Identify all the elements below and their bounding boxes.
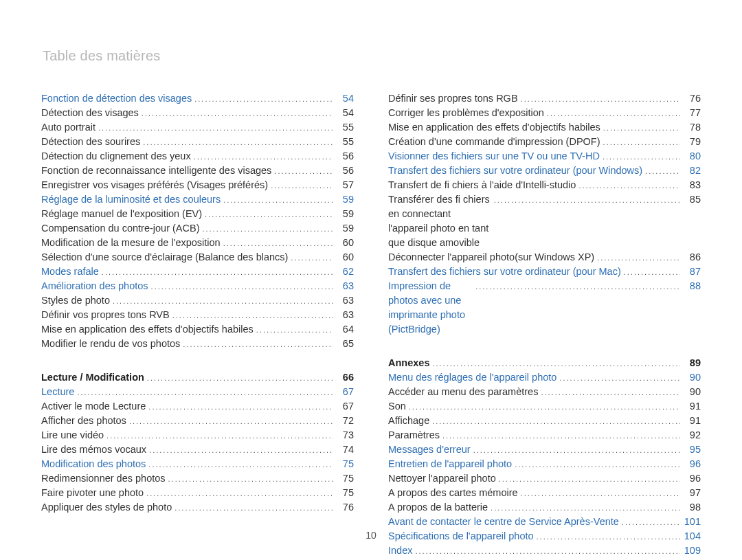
- toc-leader-dots: [473, 443, 680, 457]
- toc-entry[interactable]: Enregistrer vos visages préférés (Visage…: [41, 178, 354, 192]
- toc-leader-dots: [102, 265, 333, 279]
- toc-entry[interactable]: Réglage de la luminosité et des couleurs…: [41, 192, 354, 207]
- toc-entry-page: 90: [683, 370, 701, 385]
- toc-entry[interactable]: Lire des mémos vocaux74: [41, 443, 354, 457]
- toc-entry[interactable]: Réglage manuel de l'exposition (EV)59: [41, 207, 354, 221]
- toc-entry-page: 91: [683, 399, 701, 414]
- toc-entry-label: Activer le mode Lecture: [41, 399, 146, 414]
- toc-page: Table des matières Fonction de détection…: [0, 0, 742, 560]
- toc-entry-page: 55: [336, 135, 354, 149]
- toc-entry-page: 59: [336, 207, 354, 221]
- toc-entry[interactable]: Faire pivoter une photo75: [41, 486, 354, 500]
- toc-entry[interactable]: Compensation du contre-jour (ACB)59: [41, 221, 354, 236]
- toc-entry[interactable]: Index109: [388, 544, 701, 558]
- toc-entry[interactable]: Lecture / Modification66: [41, 370, 354, 385]
- toc-entry-page: 96: [683, 471, 701, 486]
- toc-entry[interactable]: Modification de la mesure de l'expositio…: [41, 236, 354, 250]
- toc-entry[interactable]: Fonction de détection des visages54: [41, 91, 354, 106]
- toc-entry[interactable]: Transfert des fichiers sur votre ordinat…: [388, 164, 701, 178]
- toc-entry[interactable]: Entretien de l'appareil photo96: [388, 457, 701, 471]
- toc-entry[interactable]: Corriger les problèmes d'exposition77: [388, 106, 701, 120]
- toc-entry-page: 67: [336, 385, 354, 399]
- toc-entry-page: 101: [683, 515, 701, 529]
- toc-entry[interactable]: Redimensionner des photos75: [41, 471, 354, 486]
- toc-entry[interactable]: Mise en application des effets d'objecti…: [41, 322, 354, 337]
- toc-entry-page: 72: [336, 414, 354, 428]
- toc-entry-page: 86: [683, 250, 701, 265]
- toc-entry-page: 67: [336, 399, 354, 414]
- toc-entry[interactable]: Styles de photo63: [41, 293, 354, 308]
- toc-entry[interactable]: Définir vos propres tons RVB63: [41, 308, 354, 322]
- toc-entry[interactable]: Paramètres92: [388, 428, 701, 443]
- toc-leader-dots: [475, 279, 680, 293]
- toc-entry[interactable]: Afficher des photos72: [41, 414, 354, 428]
- toc-leader-dots: [603, 135, 680, 149]
- toc-entry-label: A propos de la batterie: [388, 500, 488, 515]
- toc-entry-page: 59: [336, 221, 354, 236]
- toc-entry[interactable]: Accéder au menu des paramètres90: [388, 385, 701, 399]
- toc-entry[interactable]: Définir ses propres tons RGB76: [388, 91, 701, 106]
- toc-entry-page: 82: [683, 164, 701, 178]
- toc-entry[interactable]: Affichage91: [388, 414, 701, 428]
- toc-entry[interactable]: Son91: [388, 399, 701, 414]
- toc-entry-page: 73: [336, 428, 354, 443]
- toc-entry[interactable]: Modification des photos75: [41, 457, 354, 471]
- toc-entry[interactable]: Détection des visages54: [41, 106, 354, 120]
- toc-entry-page: 109: [683, 544, 701, 558]
- toc-entry[interactable]: Nettoyer l'appareil photo96: [388, 471, 701, 486]
- toc-columns: Fonction de détection des visages54Détec…: [41, 91, 701, 558]
- toc-entry[interactable]: Mise en application des effets d'objecti…: [388, 120, 701, 135]
- toc-entry-label: Redimensionner des photos: [41, 471, 166, 486]
- toc-leader-dots: [622, 515, 680, 529]
- toc-entry[interactable]: Transférer des fi chiers en connectant l…: [388, 192, 701, 250]
- toc-leader-dots: [547, 106, 680, 120]
- toc-entry[interactable]: Sélection d'une source d'éclairage (Bala…: [41, 250, 354, 265]
- toc-entry-label: Fonction de détection des visages: [41, 91, 192, 106]
- toc-entry[interactable]: A propos de la batterie98: [388, 500, 701, 515]
- toc-entry[interactable]: Annexes89: [388, 356, 701, 370]
- toc-entry-label: Amélioration des photos: [41, 279, 148, 293]
- toc-leader-dots: [432, 414, 680, 428]
- toc-entry-label: A propos des cartes mémoire: [388, 486, 518, 500]
- toc-entry[interactable]: Amélioration des photos63: [41, 279, 354, 293]
- toc-entry[interactable]: Activer le mode Lecture67: [41, 399, 354, 414]
- toc-entry[interactable]: Visionner des fichiers sur une TV ou une…: [388, 149, 701, 164]
- toc-entry-label: Impression de photos avec une imprimante…: [388, 280, 465, 335]
- toc-leader-dots: [645, 164, 680, 178]
- toc-leader-dots: [432, 356, 680, 370]
- toc-entry[interactable]: Impression de photos avec une imprimante…: [388, 279, 701, 337]
- toc-entry[interactable]: Détection des sourires55: [41, 135, 354, 149]
- toc-entry-label: Paramètres: [388, 428, 440, 443]
- toc-entry[interactable]: Lecture67: [41, 385, 354, 399]
- toc-leader-dots: [271, 178, 333, 192]
- toc-entry[interactable]: Auto portrait55: [41, 120, 354, 135]
- toc-entry-page: 63: [336, 308, 354, 322]
- toc-leader-dots: [415, 544, 680, 558]
- toc-entry[interactable]: Création d'une commande d'impression (DP…: [388, 135, 701, 149]
- toc-leader-dots: [291, 250, 333, 265]
- toc-entry[interactable]: Messages d'erreur95: [388, 443, 701, 457]
- toc-entry[interactable]: A propos des cartes mémoire97: [388, 486, 701, 500]
- toc-entry[interactable]: Transfert des fichiers sur votre ordinat…: [388, 265, 701, 279]
- toc-entry-label: Modifier le rendu de vos photos: [41, 337, 180, 351]
- toc-entry[interactable]: Appliquer des styles de photo76: [41, 500, 354, 515]
- toc-leader-dots: [194, 91, 333, 106]
- toc-entry[interactable]: Transfert de fi chiers à l'aide d'Intell…: [388, 178, 701, 192]
- toc-entry[interactable]: Modifier le rendu de vos photos65: [41, 337, 354, 351]
- toc-entry-label: Mise en application des effets d'objecti…: [41, 322, 254, 337]
- toc-leader-dots: [149, 443, 333, 457]
- toc-entry[interactable]: Déconnecter l'appareil photo(sur Windows…: [388, 250, 701, 265]
- toc-entry[interactable]: Modes rafale62: [41, 265, 354, 279]
- toc-entry-page: 54: [336, 106, 354, 120]
- page-title: Table des matières: [43, 48, 701, 64]
- toc-entry[interactable]: Menu des réglages de l'appareil photo90: [388, 370, 701, 385]
- toc-leader-dots: [98, 120, 333, 135]
- toc-entry-page: 65: [336, 337, 354, 351]
- toc-entry[interactable]: Fonction de reconnaissance intelligente …: [41, 164, 354, 178]
- toc-entry[interactable]: Lire une vidéo73: [41, 428, 354, 443]
- toc-entry-label: Création d'une commande d'impression (DP…: [388, 135, 600, 149]
- toc-entry-page: 57: [336, 178, 354, 192]
- toc-entry[interactable]: Avant de contacter le centre de Service …: [388, 515, 701, 529]
- toc-entry[interactable]: Détection du clignement des yeux56: [41, 149, 354, 164]
- toc-entry-label: Afficher des photos: [41, 414, 126, 428]
